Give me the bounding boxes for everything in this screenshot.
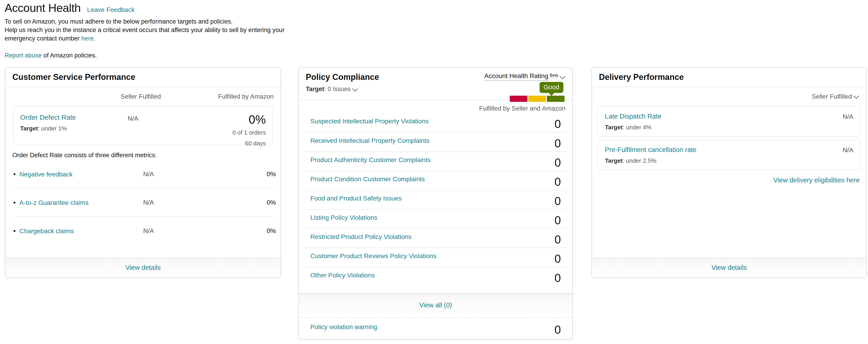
policy-row-product-authenticity-complaints: Product Authenticity Customer Complaints… [304,151,568,171]
policy-compliance-card-header: Policy Compliance Target: 0 Issues Accou… [299,68,572,100]
customer-service-performance-card: Customer Service Performance Seller Fulf… [5,67,281,278]
product-condition-complaints-value: 0 [554,176,561,188]
intro-line-2: Help us reach you in the instance a crit… [5,26,284,34]
negative-feedback-seller-value: N/A [114,171,183,178]
intro-text: To sell on Amazon, you must adhere to th… [5,18,284,43]
target-label: Target [605,157,623,164]
customer-service-card-title: Customer Service Performance [12,72,135,82]
target-value: : 0 Issues [324,85,351,93]
policy-violation-warning-value: 0 [554,324,561,336]
other-policy-violations-link[interactable]: Other Policy Violations [310,272,375,279]
target-label: Target [20,125,38,132]
target-value: : under 2.5% [623,157,656,164]
policy-row-product-condition-complaints: Product Condition Customer Complaints 0 [304,171,568,190]
delivery-performance-card: Delivery Performance Seller Fulfilled La… [592,67,867,278]
customer-service-view-details-link[interactable]: View details [125,264,161,271]
delivery-eligibilities-row: View delivery eligibilities here [592,170,866,184]
chevron-down-icon [853,93,859,99]
page-title: Account Health [5,1,81,15]
customer-reviews-violations-link[interactable]: Customer Product Reviews Policy Violatio… [310,252,436,260]
policy-row-customer-reviews-violations: Customer Product Reviews Policy Violatio… [304,248,568,267]
suspected-ip-violations-value: 0 [554,118,561,130]
policy-violation-warning-link[interactable]: Policy violation warning [310,323,377,331]
food-product-safety-link[interactable]: Food and Product Safety Issues [310,195,402,202]
order-defect-rate-cell: Order Defect Rate Target: under 1% [20,113,96,132]
account-health-rating-label-row: Account Health RatingBeta [484,72,564,80]
column-header-fulfilled-by-amazon: Fulfilled by Amazon [177,93,274,100]
rating-scale-bar [510,96,564,102]
order-defect-rate-panel: Order Defect Rate Target: under 1% N/A 0… [13,106,273,145]
pre-fulfilment-cancellation-link[interactable]: Pre-Fulfilment cancellation rate [605,146,696,153]
late-dispatch-rate-target: Target: under 4% [605,124,661,131]
pre-fulfilment-cancellation-value: N/A [842,146,853,154]
chargeback-claims-fba-value: 0% [183,227,276,235]
account-health-rating-label: Account Health Rating [484,72,548,81]
suspected-ip-violations-link[interactable]: Suspected Intellectual Property Violatio… [310,118,429,125]
chevron-down-icon [352,86,358,92]
restricted-product-violations-link[interactable]: Restricted Product Policy Violations [310,233,411,241]
delivery-view-details-link[interactable]: View details [711,264,747,271]
view-delivery-eligibilities-link[interactable]: View delivery eligibilities here [773,176,860,184]
page-header: Account Health Leave Feedback To sell on… [5,1,284,59]
policy-items-list: Suspected Intellectual Property Violatio… [304,113,568,286]
customer-service-card-header: Customer Service Performance [5,68,281,87]
delivery-performance-footer: View details [592,258,866,277]
chargeback-claims-link[interactable]: Chargeback claims [20,228,74,235]
account-health-rating-widget[interactable]: Account Health RatingBeta Good [484,72,564,102]
pre-fulfilment-cancellation-target: Target: under 2.5% [605,157,696,164]
odr-orders-count: 0 of 1 orders [169,129,266,136]
report-abuse-rest: of Amazon policies. [42,52,97,59]
product-condition-complaints-link[interactable]: Product Condition Customer Complaints [310,176,425,183]
rating-good-badge: Good [539,82,564,93]
pre-fulfilment-cancellation-cell: Pre-Fulfilment cancellation rate Target:… [605,146,696,164]
leave-feedback-link[interactable]: Leave Feedback [87,6,134,13]
odr-fba-cell: 0% 0 of 1 orders 60 days [169,113,266,147]
received-ip-complaints-value: 0 [554,138,561,149]
policy-row-received-ip-complaints: Received Intellectual Property Complaint… [304,132,568,151]
customer-reviews-violations-value: 0 [554,253,561,265]
a-to-z-claims-link[interactable]: A-to-z Guarantee claims [20,199,89,206]
column-header-seller-fulfilled: Seller Fulfilled [812,93,852,100]
rating-segment-fair [528,96,546,102]
intro-line-3: emergency contact number here. [5,34,284,43]
received-ip-complaints-link[interactable]: Received Intellectual Property Complaint… [310,137,430,144]
policy-row-listing-policy-violations: Listing Policy Violations 0 [304,209,568,229]
policy-violation-warning-row: Policy violation warning 0 [299,317,572,339]
product-authenticity-complaints-value: 0 [554,157,561,168]
product-authenticity-complaints-link[interactable]: Product Authenticity Customer Complaints [310,156,430,164]
intro-line-1: To sell on Amazon, you must adhere to th… [5,18,284,26]
odr-metrics-list: •Negative feedback N/A 0% •A-to-z Guaran… [13,160,276,245]
late-dispatch-rate-link[interactable]: Late Dispatch Rate [605,113,661,120]
listing-policy-violations-link[interactable]: Listing Policy Violations [310,214,377,221]
bullet-icon: • [13,227,16,235]
delivery-seller-fulfilled-dropdown[interactable]: Seller Fulfilled [592,87,866,106]
policy-view-all-link[interactable]: View all (0) [419,302,452,309]
a-to-z-claims-fba-value: 0% [183,199,276,206]
odr-metrics-intro: Order Defect Rate consists of three diff… [5,152,281,159]
order-defect-rate-link[interactable]: Order Defect Rate [20,113,76,121]
odr-fba-value: 0% [169,113,266,126]
rating-segment-poor [510,96,527,102]
order-defect-rate-target: Target: under 1% [20,125,96,132]
negative-feedback-fba-value: 0% [183,171,276,178]
odr-seller-fulfilled-value: N/A [96,113,169,122]
report-abuse-line: Report abuse of Amazon policies. [5,52,284,59]
delivery-performance-card-title: Delivery Performance [599,72,684,82]
listing-policy-violations-value: 0 [554,215,561,226]
target-label: Target [605,124,623,131]
metric-row-a-to-z-claims: •A-to-z Guarantee claims N/A 0% [13,188,276,216]
column-header-seller-fulfilled: Seller Fulfilled [104,93,177,100]
negative-feedback-link[interactable]: Negative feedback [20,171,73,178]
food-product-safety-value: 0 [554,196,561,207]
delivery-performance-card-header: Delivery Performance [592,68,866,87]
report-abuse-link[interactable]: Report abuse [5,52,42,59]
bullet-icon: • [13,199,16,206]
pre-fulfilment-cancellation-panel: Pre-Fulfilment cancellation rate Target:… [597,140,861,170]
target-label: Target [306,85,324,93]
target-value: : under 4% [623,124,652,131]
late-dispatch-rate-cell: Late Dispatch Rate Target: under 4% [605,113,661,131]
intro-line-3-period: . [94,35,96,42]
emergency-contact-here-link[interactable]: here [81,35,94,42]
policy-compliance-card: Policy Compliance Target: 0 Issues Accou… [299,67,573,339]
policy-row-other-policy-violations: Other Policy Violations 0 [304,267,568,286]
